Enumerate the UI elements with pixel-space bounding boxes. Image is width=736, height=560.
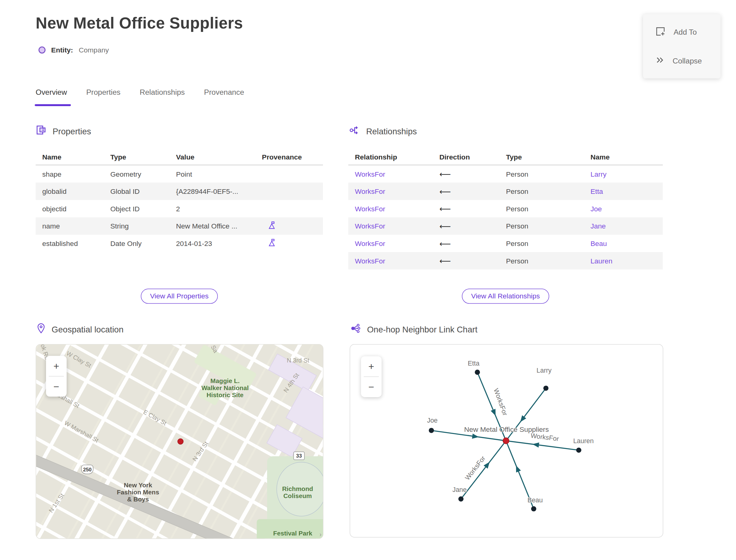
map-place-label: RichmondColiseum <box>282 485 313 500</box>
col-name: Name <box>42 153 110 161</box>
prop-type: Geometry <box>110 170 176 178</box>
col-direction: Direction <box>439 153 506 161</box>
link-chart-svg: WorksForWorksForWorksForEttaLarryJoeLaur… <box>350 344 663 537</box>
add-to-icon <box>655 26 666 38</box>
collapse-button[interactable]: Collapse <box>655 55 721 67</box>
prop-value: Point <box>176 170 262 178</box>
direction-arrow: ⟵ <box>439 256 506 266</box>
col-value: Value <box>176 153 262 161</box>
entity-type-value: Company <box>79 46 109 54</box>
related-type: Person <box>506 222 591 230</box>
map-marker[interactable] <box>178 439 184 445</box>
collapse-label: Collapse <box>673 56 702 65</box>
prop-value: {A228944F-0EF5-... <box>176 187 262 195</box>
relationships-section-header: Relationships <box>349 125 417 138</box>
prop-value: New Metal Office ... <box>176 222 262 230</box>
graph-edge-arrowhead <box>472 434 479 439</box>
graph-zoom-in-button[interactable]: + <box>361 356 381 377</box>
relationship-link[interactable]: WorksFor <box>355 222 439 230</box>
map-card[interactable]: + − ok RdW Clay StSaN 3rd StN 4th StMagg… <box>36 344 323 539</box>
col-type: Type <box>110 153 176 161</box>
relationships-table: Relationship Direction Type Name WorksFo… <box>348 149 663 270</box>
graph-center-node[interactable] <box>503 438 509 444</box>
map-place-label: Festival Park <box>273 530 312 537</box>
related-entity-link[interactable]: Lauren <box>591 257 663 265</box>
relationship-link[interactable]: WorksFor <box>355 257 439 265</box>
prop-type: Object ID <box>110 205 176 213</box>
prop-name: globalid <box>42 187 110 195</box>
view-all-relationships-wrap: View All Relationships <box>348 289 663 304</box>
route-shield: 250 <box>81 465 94 474</box>
graph-node[interactable] <box>543 385 549 391</box>
map-street-label: N 3rd St <box>287 357 309 364</box>
graph-edge-arrowhead <box>491 409 496 416</box>
entity-type-icon <box>39 47 46 54</box>
tab-overview[interactable]: Overview <box>36 88 67 106</box>
graph-node-label: Joe <box>427 417 438 424</box>
map-place-label: New YorkFashion Mens& Boys <box>117 481 159 503</box>
graph-center-label: New Metal Office Suppliers <box>464 425 549 433</box>
relationship-link[interactable]: WorksFor <box>355 205 439 213</box>
relationships-icon <box>349 125 360 138</box>
properties-table-body: shapeGeometryPointglobalidGlobal ID{A228… <box>36 165 323 252</box>
relationship-link[interactable]: WorksFor <box>355 170 439 178</box>
related-entity-link[interactable]: Joe <box>591 205 663 213</box>
related-entity-link[interactable]: Beau <box>591 240 663 247</box>
relationship-link[interactable]: WorksFor <box>355 187 439 195</box>
view-all-properties-wrap: View All Properties <box>36 289 323 304</box>
link-chart-card[interactable]: + − WorksForWorksForWorksForEttaLarryJoe… <box>350 344 663 538</box>
map-zoom-in-button[interactable]: + <box>46 356 67 376</box>
table-row: nameStringNew Metal Office ... <box>36 217 323 235</box>
map-zoom-out-button[interactable]: − <box>46 377 67 397</box>
direction-arrow: ⟵ <box>439 221 506 231</box>
provenance-flag-icon[interactable] <box>267 239 276 248</box>
related-type: Person <box>506 240 591 247</box>
page-title: New Metal Office Suppliers <box>36 14 243 33</box>
link-chart-section-header: One-hop Neighbor Link Chart <box>350 323 477 336</box>
graph-node[interactable] <box>475 370 480 375</box>
view-all-relationships-button[interactable]: View All Relationships <box>462 289 549 304</box>
add-to-button[interactable]: Add To <box>655 26 721 38</box>
prop-name: shape <box>42 170 110 178</box>
prop-name: objectid <box>42 205 110 213</box>
graph-edge-label: WorksFor <box>530 432 559 443</box>
graph-node-label: Lauren <box>573 437 594 445</box>
related-type: Person <box>506 170 591 178</box>
graph-edge-arrowhead <box>516 466 521 473</box>
relationship-link[interactable]: WorksFor <box>355 240 439 247</box>
graph-node-label: Beau <box>527 497 543 504</box>
prop-type: String <box>110 222 176 230</box>
table-row: globalidGlobal ID{A228944F-0EF5-... <box>36 182 323 200</box>
graph-node[interactable] <box>458 497 464 502</box>
graph-node[interactable] <box>429 428 434 433</box>
prop-provenance <box>262 239 323 248</box>
map-attribution-toggle[interactable]: › <box>320 531 322 538</box>
graph-node[interactable] <box>531 506 536 512</box>
graph-zoom-out-button[interactable]: − <box>361 377 381 397</box>
properties-icon <box>36 125 46 138</box>
graph-node[interactable] <box>576 447 581 453</box>
related-entity-link[interactable]: Jane <box>591 222 663 230</box>
link-chart-icon <box>350 323 361 336</box>
table-row: WorksFor⟵PersonJoe <box>348 200 663 217</box>
add-to-label: Add To <box>673 28 697 36</box>
prop-name: established <box>42 240 110 247</box>
table-row: WorksFor⟵PersonJane <box>348 217 663 235</box>
tab-bar: Overview Properties Relationships Proven… <box>36 88 244 106</box>
tab-properties[interactable]: Properties <box>86 88 121 106</box>
view-all-properties-button[interactable]: View All Properties <box>141 289 218 304</box>
provenance-flag-icon[interactable] <box>267 221 276 231</box>
entity-label: Entity: <box>51 46 73 54</box>
graph-node-label: Larry <box>537 367 552 374</box>
tab-provenance[interactable]: Provenance <box>204 88 244 106</box>
col-rel-name: Name <box>591 153 663 161</box>
related-entity-link[interactable]: Larry <box>591 170 663 178</box>
prop-provenance <box>262 221 323 231</box>
prop-name: name <box>42 222 110 230</box>
graph-node-label: Jane <box>452 486 466 493</box>
related-entity-link[interactable]: Etta <box>591 187 663 195</box>
table-row: establishedDate Only2014-01-23 <box>36 235 323 252</box>
direction-arrow: ⟵ <box>439 239 506 248</box>
tab-relationships[interactable]: Relationships <box>140 88 185 106</box>
properties-section-header: Properties <box>36 125 91 138</box>
